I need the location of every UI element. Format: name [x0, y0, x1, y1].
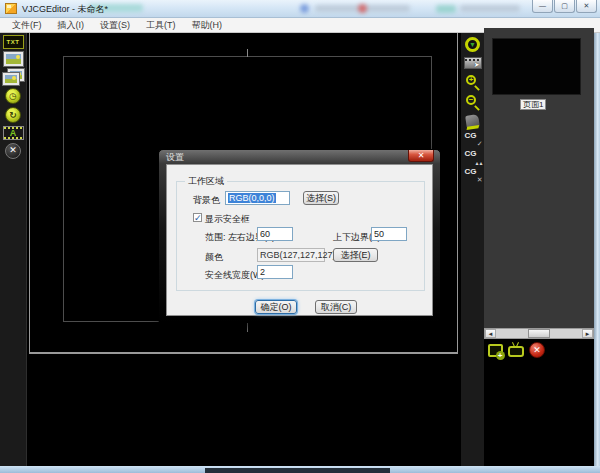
pick-tool-button[interactable] — [463, 113, 483, 129]
close-button[interactable]: ✕ — [576, 0, 597, 13]
cg-upload-button[interactable]: CG ▲▲ — [463, 149, 483, 165]
cancel-button[interactable]: 取消(C) — [315, 300, 357, 314]
menu-item-insert[interactable]: 插入(I) — [50, 18, 93, 32]
page-controls: ✕ — [486, 342, 549, 358]
maximize-button[interactable]: ▢ — [554, 0, 575, 13]
scrollbar-track[interactable] — [496, 329, 582, 338]
menu-item-help[interactable]: 帮助(H) — [184, 18, 231, 32]
clock-icon: ◷ — [5, 88, 21, 104]
locate-tool-button[interactable]: ▼ — [463, 35, 483, 53]
page-left-edge — [29, 33, 30, 352]
page-thumbnail-label: 页面1 — [520, 99, 546, 110]
zoom-in-icon: + — [464, 74, 481, 90]
subtitle-film-icon: A — [3, 126, 24, 140]
show-safe-frame-label: 显示安全框 — [205, 213, 250, 226]
film-select-tool-button[interactable]: ➤ — [463, 55, 483, 71]
scroll-right-arrow[interactable]: ► — [582, 329, 593, 338]
bg-color-input[interactable]: RGB(0,0,0) — [225, 191, 290, 205]
bg-color-label: 背景色 — [193, 194, 220, 207]
safe-frame-top-tick — [247, 49, 248, 57]
scrollbar-thumb[interactable] — [528, 329, 550, 338]
choose-safe-color-button[interactable]: 选择(E) — [333, 248, 378, 262]
text-tool-button[interactable]: TXT — [3, 34, 24, 49]
dialog-content: 工作区域 背景色 RGB(0,0,0) 选择(S) ✓ 显示安全框 范围: 左右… — [166, 164, 433, 316]
play-page-button[interactable] — [507, 342, 525, 358]
window-right-border — [594, 33, 600, 466]
delete-page-button[interactable]: ✕ — [528, 342, 546, 358]
image-icon — [4, 52, 23, 66]
show-safe-frame-checkbox[interactable]: ✓ — [193, 213, 202, 222]
menu-item-file[interactable]: 文件(F) — [4, 18, 50, 32]
hand-icon — [465, 114, 480, 129]
page-right-edge — [457, 33, 458, 352]
bottom-border-shadow — [205, 468, 390, 473]
target-icon: ▼ — [465, 37, 480, 52]
add-page-icon — [488, 344, 503, 357]
cg-confirm-button[interactable]: CG ✓ — [463, 131, 483, 147]
titlebar-background-smear — [436, 5, 456, 13]
close-tool-button[interactable]: ✕ — [3, 142, 24, 159]
range-tb-input[interactable] — [371, 227, 407, 241]
app-icon — [5, 3, 17, 14]
window-title: VJCGEditor - 未命名* — [22, 3, 108, 16]
dialog-close-button[interactable]: ✕ — [408, 150, 434, 162]
range-lr-input[interactable] — [257, 227, 293, 241]
add-page-button[interactable] — [486, 342, 504, 358]
page-thumbnail[interactable] — [492, 38, 581, 95]
tv-icon — [508, 346, 524, 357]
bg-color-value: RGB(0,0,0) — [228, 193, 276, 203]
titlebar-background-smear — [358, 4, 367, 13]
images-stack-icon — [3, 69, 24, 85]
menu-item-settings[interactable]: 设置(S) — [92, 18, 138, 32]
safe-color-label: 颜色 — [205, 251, 223, 264]
pages-horizontal-scrollbar[interactable]: ◄ ► — [484, 328, 594, 339]
dialog-title: 设置 — [166, 151, 184, 164]
text-tool-icon: TXT — [3, 35, 24, 49]
clock-rotate-icon: ↻ — [5, 107, 21, 123]
safe-frame-bottom-tick — [247, 322, 248, 332]
left-toolbar: TXT ◷ ↻ A ✕ — [0, 33, 27, 466]
film-select-icon: ➤ — [464, 57, 482, 69]
cg-x-icon: CG ✕ — [463, 167, 483, 183]
cg-check-icon: CG ✓ — [463, 131, 483, 147]
titlebar: VJCGEditor - 未命名* — ▢ ✕ — [0, 0, 600, 18]
scroll-left-arrow[interactable]: ◄ — [485, 329, 496, 338]
minimize-button[interactable]: — — [532, 0, 553, 13]
delete-page-icon: ✕ — [529, 342, 545, 358]
choose-bg-color-button[interactable]: 选择(S) — [303, 191, 339, 205]
workarea-group-label: 工作区域 — [185, 175, 227, 188]
zoom-out-button[interactable]: − — [463, 93, 483, 111]
cg-up-icon: CG ▲▲ — [463, 149, 483, 165]
zoom-in-button[interactable]: + — [463, 73, 483, 91]
ok-button[interactable]: 确定(O) — [255, 300, 297, 314]
settings-dialog: 设置 ✕ 工作区域 背景色 RGB(0,0,0) 选择(S) ✓ 显示安全框 范… — [158, 149, 441, 323]
safe-color-value: RGB(127,127,127) — [257, 248, 325, 262]
pages-panel: 页面1 ◄ ► ✕ — [484, 33, 594, 466]
titlebar-background-smear — [300, 4, 309, 13]
image-tool-button[interactable] — [3, 51, 24, 66]
menu-item-tools[interactable]: 工具(T) — [138, 18, 184, 32]
titlebar-background-smear — [460, 5, 520, 12]
close-icon: ✕ — [5, 143, 21, 159]
image-sequence-tool-button[interactable] — [3, 68, 24, 85]
cg-delete-button[interactable]: CG ✕ — [463, 167, 483, 183]
right-toolbar: ▼ ➤ + − CG ✓ CG — [460, 33, 484, 466]
page-bottom-edge — [29, 352, 458, 354]
window-bottom-border — [0, 466, 600, 473]
line-width-label: 安全线宽度(W) — [205, 269, 265, 282]
subtitle-tool-button[interactable]: A — [3, 125, 24, 140]
zoom-out-icon: − — [464, 94, 481, 110]
line-width-input[interactable] — [257, 265, 293, 279]
clock-tool-button[interactable]: ◷ — [3, 87, 24, 104]
timer-tool-button[interactable]: ↻ — [3, 106, 24, 123]
